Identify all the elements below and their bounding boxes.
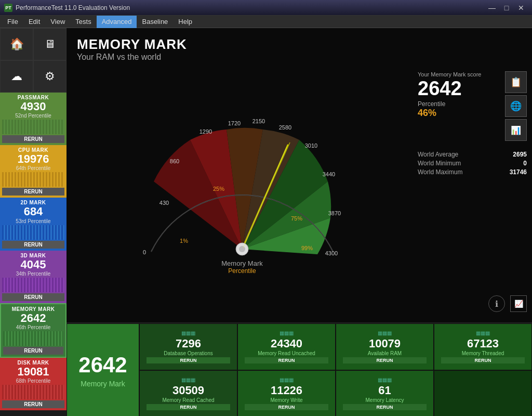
score-label: Your Memory Mark score xyxy=(418,71,502,77)
disk-value: 19081 xyxy=(17,366,49,378)
db-ops-value: 7296 xyxy=(176,337,201,350)
menu-help[interactable]: Help xyxy=(173,16,197,28)
score-display-row: Your Memory Mark score 2642 Percentile 4… xyxy=(418,71,527,141)
cpu-score-block[interactable]: CPU MARK 19976 64th Percentile RERUN xyxy=(0,145,66,198)
mem-read-uncached-cell: ▦▦▦ 24340 Memory Read Uncached RERUN xyxy=(237,323,336,370)
svg-text:430: 430 xyxy=(159,200,169,206)
score-info: Your Memory Mark score 2642 Percentile 4… xyxy=(418,71,502,119)
empty-cell xyxy=(434,370,532,416)
memory-value: 2642 xyxy=(21,312,46,324)
info-circle-button[interactable]: ℹ xyxy=(488,295,505,312)
main-memory-label: Memory Mark xyxy=(81,380,125,388)
avail-ram-icon: ▦▦▦ xyxy=(378,330,392,336)
cpu-rerun-button[interactable]: RERUN xyxy=(2,188,64,196)
world-max-row: World Maximum 31746 xyxy=(418,168,527,176)
results-grid: 2642 Memory Mark ▦▦▦ 7296 Database Opera… xyxy=(66,322,532,416)
svg-text:75%: 75% xyxy=(291,215,302,222)
cloud-button[interactable]: ☁ xyxy=(0,60,33,93)
menu-tests[interactable]: Tests xyxy=(70,16,96,28)
gauge-title: Memory Mark xyxy=(221,259,262,267)
3d-label: 3D MARK xyxy=(20,253,46,258)
cpu-value: 19976 xyxy=(17,153,49,165)
maximize-button[interactable]: □ xyxy=(500,3,513,13)
mem-latency-label: Memory Latency xyxy=(366,397,404,403)
mem-read-uncached-rerun-button[interactable]: RERUN xyxy=(245,357,328,363)
svg-text:1720: 1720 xyxy=(228,120,241,126)
mem-threaded-rerun-button[interactable]: RERUN xyxy=(441,357,525,363)
world-avg-row: World Average 2695 xyxy=(418,151,527,158)
db-ops-rerun-button[interactable]: RERUN xyxy=(147,357,230,363)
avail-ram-cell: ▦▦▦ 10079 Available RAM RERUN xyxy=(336,323,434,370)
report-icon-button[interactable]: 📋 xyxy=(505,71,527,93)
page-subtitle: Your RAM vs the world xyxy=(77,53,522,62)
menu-file[interactable]: File xyxy=(2,16,23,28)
content-header: MEMORY MARK Your RAM vs the world xyxy=(66,28,532,66)
menu-advanced[interactable]: Advanced xyxy=(97,16,137,28)
close-button[interactable]: ✕ xyxy=(514,3,528,13)
3d-value: 4045 xyxy=(21,258,46,271)
3d-percentile: 34th Percentile xyxy=(16,271,51,277)
disk-rerun-button[interactable]: RERUN xyxy=(2,400,64,408)
avail-ram-rerun-button[interactable]: RERUN xyxy=(343,357,427,363)
main-score-display: 2642 xyxy=(418,79,502,98)
world-max-label: World Maximum xyxy=(418,168,462,176)
minimize-button[interactable]: — xyxy=(485,3,499,13)
sidebar-icon-grid: 🏠 🖥 ☁ ⚙ xyxy=(0,28,66,93)
mem-latency-rerun-button[interactable]: RERUN xyxy=(343,404,427,410)
content-area: MEMORY MARK Your RAM vs the world xyxy=(66,28,532,416)
home-button[interactable]: 🏠 xyxy=(0,28,33,60)
mem-read-cached-value: 30509 xyxy=(172,384,204,397)
right-panel: Your Memory Mark score 2642 Percentile 4… xyxy=(413,66,532,322)
mem-read-cached-rerun-button[interactable]: RERUN xyxy=(147,404,230,410)
3d-score-block[interactable]: 3D MARK 4045 34th Percentile RERUN xyxy=(0,251,66,303)
settings-button[interactable]: ⚙ xyxy=(33,60,66,93)
svg-text:1%: 1% xyxy=(180,238,188,244)
mem-latency-icon: ▦▦▦ xyxy=(378,377,392,383)
window-controls: — □ ✕ xyxy=(485,3,528,13)
mem-read-cached-label: Memory Read Cached xyxy=(162,397,214,403)
mem-read-cached-cell: ▦▦▦ 30509 Memory Read Cached RERUN xyxy=(139,370,237,416)
memory-score-block[interactable]: MEMORY MARK 2642 46th Percentile RERUN xyxy=(0,303,66,358)
monitor-button[interactable]: 🖥 xyxy=(33,28,66,60)
disk-score-block[interactable]: DISK MARK 19081 68th Percentile RERUN xyxy=(0,358,66,410)
world-min-row: World Minimum 0 xyxy=(418,160,527,167)
disk-percentile: 68th Percentile xyxy=(16,378,51,384)
app-icon: PT xyxy=(4,4,12,12)
sidebar: 🏠 🖥 ☁ ⚙ PASSMARK 4930 52nd Percentile RE… xyxy=(0,28,66,416)
mem-threaded-icon: ▦▦▦ xyxy=(476,330,490,336)
world-avg-value: 2695 xyxy=(513,151,527,158)
menu-baseline[interactable]: Baseline xyxy=(137,16,173,28)
2d-score-block[interactable]: 2D MARK 684 53rd Percentile RERUN xyxy=(0,198,66,250)
db-ops-cell: ▦▦▦ 7296 Database Operations RERUN xyxy=(139,323,237,370)
main-layout: 🏠 🖥 ☁ ⚙ PASSMARK 4930 52nd Percentile RE… xyxy=(0,28,532,416)
main-memory-cell[interactable]: 2642 Memory Mark xyxy=(66,323,139,416)
passmark-rerun-button[interactable]: RERUN xyxy=(2,135,64,143)
mem-threaded-value: 67123 xyxy=(467,337,499,350)
mem-write-value: 11226 xyxy=(271,384,302,397)
chart-bar-button[interactable]: 📈 xyxy=(510,295,527,312)
mem-write-rerun-button[interactable]: RERUN xyxy=(245,404,328,410)
cpu-percentile: 64th Percentile xyxy=(16,165,51,171)
menu-edit[interactable]: Edit xyxy=(23,16,45,28)
page-title: MEMORY MARK xyxy=(77,36,522,53)
compare-icon-button[interactable]: 📊 xyxy=(505,119,527,141)
gauge-subtitle: Percentile xyxy=(221,267,262,275)
percentile-value: 46% xyxy=(418,108,502,119)
2d-value: 684 xyxy=(24,205,43,218)
world-max-value: 31746 xyxy=(510,168,527,176)
svg-text:3440: 3440 xyxy=(323,171,335,177)
gauge-svg: 0 430 860 1290 1720 2150 2580 3010 3440 … xyxy=(123,114,362,270)
world-avg-label: World Average xyxy=(418,151,458,158)
2d-rerun-button[interactable]: RERUN xyxy=(2,241,64,249)
3d-rerun-button[interactable]: RERUN xyxy=(2,293,64,301)
svg-text:1290: 1290 xyxy=(200,128,212,135)
mem-latency-cell: ▦▦▦ 61 Memory Latency RERUN xyxy=(336,370,434,416)
menu-view[interactable]: View xyxy=(45,16,70,28)
globe-icon-button[interactable]: 🌐 xyxy=(505,95,527,117)
svg-text:2150: 2150 xyxy=(252,118,265,124)
right-icon-buttons: 📋 🌐 📊 xyxy=(505,71,527,141)
memory-rerun-button[interactable]: RERUN xyxy=(3,347,63,355)
svg-point-18 xyxy=(239,246,245,252)
passmark-percentile: 52nd Percentile xyxy=(15,113,51,119)
passmark-score-block[interactable]: PASSMARK 4930 52nd Percentile RERUN xyxy=(0,93,66,145)
